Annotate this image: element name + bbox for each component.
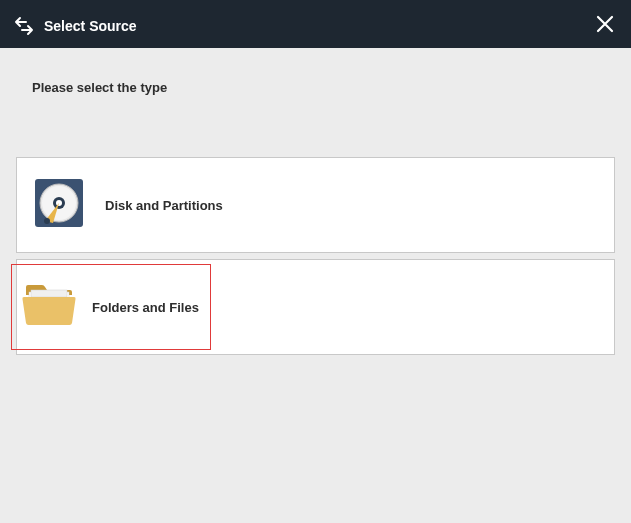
svg-rect-7 [31,290,67,297]
source-arrows-icon [14,16,34,36]
close-icon [596,15,614,37]
dialog-content: Please select the type Disk and Partitio… [0,48,631,523]
disk-icon-wrapper [31,177,87,233]
folder-icon [22,281,78,333]
option-label-folders: Folders and Files [92,300,199,315]
dialog-title: Select Source [44,18,137,34]
instruction-text: Please select the type [32,80,615,95]
option-folders-files[interactable]: Folders and Files [16,259,615,355]
option-label-disk: Disk and Partitions [105,198,223,213]
option-disk-partitions[interactable]: Disk and Partitions [16,157,615,253]
disk-icon [33,177,85,233]
option-selected-frame: Folders and Files [11,264,211,350]
close-button[interactable] [591,12,619,40]
svg-point-5 [44,218,50,224]
dialog-header: Select Source [0,4,631,48]
